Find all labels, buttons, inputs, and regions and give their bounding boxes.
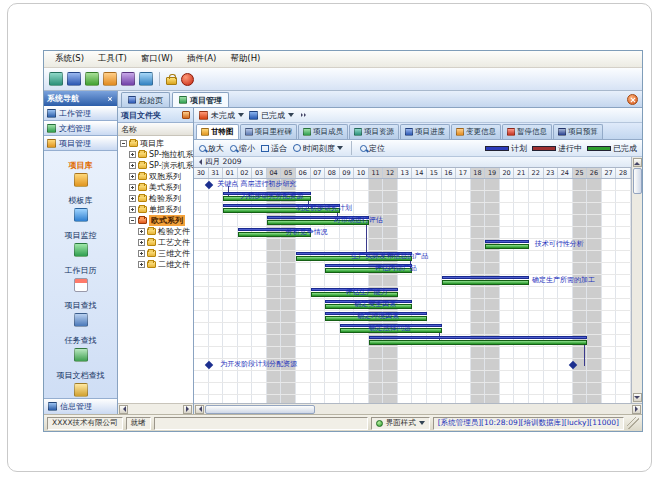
tab-start-page[interactable]: 起始页 — [121, 92, 170, 107]
menu-window[interactable]: 窗口(W) — [134, 52, 180, 66]
expand-icon[interactable] — [129, 206, 136, 213]
tree-node-root[interactable]: 项目库 — [120, 138, 193, 149]
tab-members[interactable]: 项目成员 — [298, 124, 348, 139]
sidebar-item-template-library[interactable]: 模板库 — [44, 191, 117, 226]
expand-icon[interactable] — [138, 250, 145, 257]
time-scale-dropdown[interactable]: 时间刻度 — [293, 143, 343, 154]
resize-grip[interactable] — [627, 417, 639, 429]
home-icon[interactable] — [49, 72, 63, 86]
sidebar-group-projects[interactable]: 项目管理 — [44, 136, 117, 151]
content-row: 项目文件夹 名称 项目库 — [118, 108, 642, 414]
sidebar-close-icon[interactable] — [106, 95, 114, 103]
toolbar — [44, 68, 642, 91]
scroll-right-icon[interactable] — [632, 405, 641, 414]
expand-icon[interactable] — [129, 184, 136, 191]
scroll-left-icon[interactable] — [119, 405, 128, 414]
status-panel: 就绪 — [126, 417, 151, 430]
pin-icon[interactable] — [182, 111, 190, 119]
tree-node-series[interactable]: SP-演示机系列 — [129, 160, 193, 171]
tree-node-series[interactable]: SP-拖拉机系列 — [129, 149, 193, 160]
gantt-bar-plan[interactable] — [442, 276, 529, 279]
fit-button[interactable]: 适合 — [261, 143, 287, 154]
horizontal-scroll-thumb[interactable] — [205, 405, 315, 414]
sidebar-item-project-library[interactable]: 项目库 — [44, 156, 117, 191]
menu-help[interactable]: 帮助(H) — [223, 52, 267, 66]
sidebar-item-task-search[interactable]: 任务查找 — [44, 331, 117, 366]
tree-node-series[interactable]: 美式系列 — [129, 182, 193, 193]
tab-progress[interactable]: 项目进度 — [400, 124, 450, 139]
collapse-icon[interactable] — [129, 217, 136, 224]
gantt-day-cell: 07 — [311, 168, 326, 178]
expand-icon[interactable] — [138, 261, 145, 268]
filter-finished[interactable]: 已完成 — [249, 110, 294, 121]
locate-button[interactable]: 定位 — [360, 143, 385, 154]
lock-icon[interactable] — [166, 77, 177, 85]
milestone-icon — [245, 128, 253, 136]
tasks-icon[interactable] — [85, 72, 99, 86]
tree-node-child[interactable]: 二维文件 — [138, 259, 193, 270]
folder-icon — [138, 162, 147, 169]
zoom-out-label: 缩小 — [239, 143, 255, 154]
menu-system[interactable]: 系统(S) — [48, 52, 91, 66]
sidebar-item-project-search[interactable]: 项目查找 — [44, 296, 117, 331]
expand-icon[interactable] — [138, 228, 145, 235]
gantt-bar-plan[interactable] — [485, 240, 529, 243]
plugins-icon[interactable] — [121, 72, 135, 86]
sidebar-item-label: 项目文档查找 — [57, 370, 105, 381]
tree-node-child[interactable]: 三维文件 — [138, 248, 193, 259]
scroll-right-icon[interactable] — [183, 405, 192, 414]
tree-node-child[interactable]: 检验文件 — [138, 226, 193, 237]
tree-column-header[interactable]: 名称 — [118, 123, 193, 136]
tab-project-management[interactable]: 项目管理 — [172, 92, 229, 107]
reports-icon[interactable] — [103, 72, 117, 86]
zoom-out-button[interactable]: 缩小 — [230, 143, 255, 154]
expand-icon[interactable] — [138, 239, 145, 246]
scroll-up-icon[interactable] — [633, 158, 642, 167]
tree-node-series-selected[interactable]: 欧式系列 — [129, 215, 193, 226]
tab-resources[interactable]: 项目资源 — [349, 124, 399, 139]
filter-unfinished[interactable]: 未完成 — [199, 110, 244, 121]
tree-node-series[interactable]: 双胞系列 — [129, 171, 193, 182]
tree-horizontal-scrollbar[interactable] — [118, 403, 193, 414]
gantt-bar-progress[interactable] — [369, 340, 588, 345]
tab-gantt-chart[interactable]: 甘特图 — [196, 124, 239, 139]
sidebar-item-project-monitor[interactable]: 项目监控 — [44, 226, 117, 261]
sidebar-group-work[interactable]: 工作管理 — [44, 106, 117, 121]
scroll-down-icon[interactable] — [633, 393, 642, 402]
close-tab-icon[interactable] — [627, 94, 638, 105]
zoom-in-button[interactable]: 放大 — [199, 143, 224, 154]
menu-tools[interactable]: 工具(T) — [91, 52, 134, 66]
sidebar-item-project-doc-search[interactable]: 项目文档查找 — [44, 366, 117, 398]
power-icon[interactable] — [181, 73, 194, 86]
gantt-bar-progress[interactable] — [485, 244, 529, 249]
gantt-vertical-scrollbar[interactable] — [631, 157, 642, 403]
gantt-bar-progress[interactable] — [442, 280, 529, 285]
tab-budget[interactable]: 项目预算 — [553, 124, 603, 139]
month-prev-icon[interactable] — [196, 159, 202, 165]
tree-node-label: 美式系列 — [149, 182, 181, 193]
vertical-scroll-thumb[interactable] — [633, 168, 642, 194]
tab-changes[interactable]: 变更信息 — [451, 124, 501, 139]
sidebar-item-work-calendar[interactable]: 工作日历 — [44, 261, 117, 296]
expand-icon[interactable] — [129, 195, 136, 202]
menu-plugins[interactable]: 插件(A) — [180, 52, 223, 66]
tree-node-series[interactable]: 检验系列 — [129, 193, 193, 204]
tree-node-series[interactable]: 单把系列 — [129, 204, 193, 215]
gantt-bar-plan[interactable] — [369, 336, 588, 339]
tab-pauses[interactable]: 暂停信息 — [502, 124, 552, 139]
scroll-left-icon[interactable] — [195, 405, 204, 414]
more-filters-icon[interactable] — [301, 113, 306, 117]
gantt-horizontal-scrollbar[interactable] — [194, 403, 642, 414]
mail-icon[interactable] — [139, 72, 153, 86]
expand-icon[interactable] — [129, 173, 136, 180]
sidebar-group-documents[interactable]: 文档管理 — [44, 121, 117, 136]
sidebar-tab-info-management[interactable]: 信息管理 — [44, 398, 117, 414]
tab-milestones[interactable]: 项目里程碑 — [240, 124, 298, 139]
expand-icon[interactable] — [129, 151, 136, 158]
projects-icon[interactable] — [67, 72, 81, 86]
gantt-day-cell: 27 — [602, 168, 617, 178]
ui-style-dropdown[interactable]: 界面样式 — [371, 417, 430, 430]
tree-node-child[interactable]: 工艺文件 — [138, 237, 193, 248]
collapse-icon[interactable] — [120, 140, 127, 147]
expand-icon[interactable] — [129, 162, 136, 169]
